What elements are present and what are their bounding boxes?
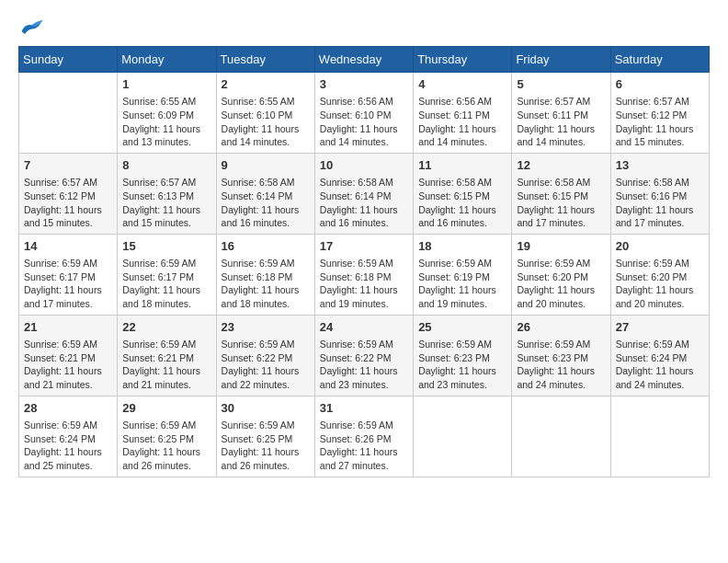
week-row-2: 7Sunrise: 6:57 AMSunset: 6:12 PMDaylight… — [19, 153, 710, 234]
calendar-cell — [610, 396, 709, 477]
calendar-cell: 12Sunrise: 6:58 AMSunset: 6:15 PMDayligh… — [512, 153, 610, 234]
day-number: 5 — [517, 76, 605, 93]
day-content: Sunrise: 6:57 AMSunset: 6:11 PMDaylight:… — [517, 95, 605, 149]
column-header-sunday: Sunday — [19, 47, 118, 73]
calendar-cell: 13Sunrise: 6:58 AMSunset: 6:16 PMDayligh… — [610, 153, 709, 234]
day-content: Sunrise: 6:57 AMSunset: 6:12 PMDaylight:… — [24, 176, 112, 230]
calendar-cell: 8Sunrise: 6:57 AMSunset: 6:13 PMDaylight… — [118, 153, 216, 234]
calendar-cell — [512, 396, 610, 477]
calendar-cell: 25Sunrise: 6:59 AMSunset: 6:23 PMDayligh… — [414, 315, 512, 396]
calendar-cell: 1Sunrise: 6:55 AMSunset: 6:09 PMDaylight… — [118, 73, 216, 154]
calendar-cell: 23Sunrise: 6:59 AMSunset: 6:22 PMDayligh… — [216, 315, 314, 396]
day-number: 18 — [418, 238, 506, 255]
day-number: 6 — [616, 76, 704, 93]
column-header-friday: Friday — [512, 47, 610, 73]
calendar-cell: 24Sunrise: 6:59 AMSunset: 6:22 PMDayligh… — [314, 315, 413, 396]
calendar-body: 1Sunrise: 6:55 AMSunset: 6:09 PMDaylight… — [19, 73, 710, 477]
day-content: Sunrise: 6:59 AMSunset: 6:23 PMDaylight:… — [517, 338, 605, 392]
logo — [18, 18, 48, 37]
day-number: 30 — [222, 400, 310, 417]
day-number: 12 — [517, 157, 605, 174]
logo-bird-icon — [18, 18, 44, 37]
day-content: Sunrise: 6:58 AMSunset: 6:16 PMDaylight:… — [616, 176, 704, 230]
day-content: Sunrise: 6:59 AMSunset: 6:24 PMDaylight:… — [616, 338, 704, 392]
day-content: Sunrise: 6:58 AMSunset: 6:15 PMDaylight:… — [418, 176, 506, 230]
day-number: 31 — [320, 400, 408, 417]
day-number: 3 — [320, 76, 408, 93]
day-content: Sunrise: 6:59 AMSunset: 6:26 PMDaylight:… — [320, 419, 408, 473]
day-content: Sunrise: 6:59 AMSunset: 6:18 PMDaylight:… — [320, 257, 408, 311]
day-content: Sunrise: 6:59 AMSunset: 6:22 PMDaylight:… — [222, 338, 310, 392]
day-content: Sunrise: 6:58 AMSunset: 6:14 PMDaylight:… — [222, 176, 310, 230]
calendar-cell: 7Sunrise: 6:57 AMSunset: 6:12 PMDaylight… — [19, 153, 118, 234]
day-content: Sunrise: 6:59 AMSunset: 6:25 PMDaylight:… — [222, 419, 310, 473]
column-header-wednesday: Wednesday — [314, 47, 413, 73]
calendar-cell: 20Sunrise: 6:59 AMSunset: 6:20 PMDayligh… — [610, 234, 709, 315]
day-number: 17 — [320, 238, 408, 255]
day-content: Sunrise: 6:59 AMSunset: 6:20 PMDaylight:… — [616, 257, 704, 311]
day-number: 7 — [24, 157, 112, 174]
calendar-cell: 28Sunrise: 6:59 AMSunset: 6:24 PMDayligh… — [19, 396, 118, 477]
calendar-cell — [19, 73, 118, 154]
calendar-cell: 10Sunrise: 6:58 AMSunset: 6:14 PMDayligh… — [314, 153, 413, 234]
calendar-cell: 27Sunrise: 6:59 AMSunset: 6:24 PMDayligh… — [610, 315, 709, 396]
day-number: 29 — [122, 400, 210, 417]
calendar-cell: 22Sunrise: 6:59 AMSunset: 6:21 PMDayligh… — [118, 315, 216, 396]
calendar-cell: 3Sunrise: 6:56 AMSunset: 6:10 PMDaylight… — [314, 73, 413, 154]
week-row-4: 21Sunrise: 6:59 AMSunset: 6:21 PMDayligh… — [19, 315, 710, 396]
day-number: 1 — [122, 76, 210, 93]
day-number: 27 — [616, 319, 704, 336]
day-number: 28 — [24, 400, 112, 417]
header-row: SundayMondayTuesdayWednesdayThursdayFrid… — [19, 47, 710, 73]
day-content: Sunrise: 6:59 AMSunset: 6:17 PMDaylight:… — [24, 257, 112, 311]
calendar-cell: 9Sunrise: 6:58 AMSunset: 6:14 PMDaylight… — [216, 153, 314, 234]
day-content: Sunrise: 6:56 AMSunset: 6:11 PMDaylight:… — [418, 95, 506, 149]
day-number: 2 — [222, 76, 310, 93]
day-content: Sunrise: 6:58 AMSunset: 6:14 PMDaylight:… — [320, 176, 408, 230]
calendar-cell: 15Sunrise: 6:59 AMSunset: 6:17 PMDayligh… — [118, 234, 216, 315]
day-number: 19 — [517, 238, 605, 255]
day-number: 21 — [24, 319, 112, 336]
calendar-cell: 2Sunrise: 6:55 AMSunset: 6:10 PMDaylight… — [216, 73, 314, 154]
day-number: 10 — [320, 157, 408, 174]
day-number: 14 — [24, 238, 112, 255]
day-number: 9 — [222, 157, 310, 174]
day-number: 13 — [616, 157, 704, 174]
day-content: Sunrise: 6:59 AMSunset: 6:20 PMDaylight:… — [517, 257, 605, 311]
week-row-5: 28Sunrise: 6:59 AMSunset: 6:24 PMDayligh… — [19, 396, 710, 477]
day-content: Sunrise: 6:56 AMSunset: 6:10 PMDaylight:… — [320, 95, 408, 149]
day-content: Sunrise: 6:59 AMSunset: 6:21 PMDaylight:… — [122, 338, 210, 392]
day-number: 20 — [616, 238, 704, 255]
column-header-thursday: Thursday — [414, 47, 512, 73]
day-number: 23 — [222, 319, 310, 336]
day-content: Sunrise: 6:55 AMSunset: 6:09 PMDaylight:… — [122, 95, 210, 149]
day-content: Sunrise: 6:55 AMSunset: 6:10 PMDaylight:… — [222, 95, 310, 149]
day-number: 26 — [517, 319, 605, 336]
column-header-monday: Monday — [118, 47, 216, 73]
day-content: Sunrise: 6:59 AMSunset: 6:17 PMDaylight:… — [122, 257, 210, 311]
calendar-cell — [414, 396, 512, 477]
calendar-cell: 4Sunrise: 6:56 AMSunset: 6:11 PMDaylight… — [414, 73, 512, 154]
day-number: 25 — [418, 319, 506, 336]
column-header-saturday: Saturday — [610, 47, 709, 73]
day-content: Sunrise: 6:59 AMSunset: 6:21 PMDaylight:… — [24, 338, 112, 392]
day-number: 15 — [122, 238, 210, 255]
calendar-cell: 16Sunrise: 6:59 AMSunset: 6:18 PMDayligh… — [216, 234, 314, 315]
day-content: Sunrise: 6:59 AMSunset: 6:19 PMDaylight:… — [418, 257, 506, 311]
calendar-cell: 14Sunrise: 6:59 AMSunset: 6:17 PMDayligh… — [19, 234, 118, 315]
day-number: 24 — [320, 319, 408, 336]
calendar-cell: 21Sunrise: 6:59 AMSunset: 6:21 PMDayligh… — [19, 315, 118, 396]
column-header-tuesday: Tuesday — [216, 47, 314, 73]
day-content: Sunrise: 6:57 AMSunset: 6:13 PMDaylight:… — [122, 176, 210, 230]
day-content: Sunrise: 6:59 AMSunset: 6:18 PMDaylight:… — [222, 257, 310, 311]
day-number: 11 — [418, 157, 506, 174]
day-content: Sunrise: 6:59 AMSunset: 6:22 PMDaylight:… — [320, 338, 408, 392]
week-row-1: 1Sunrise: 6:55 AMSunset: 6:09 PMDaylight… — [19, 73, 710, 154]
day-number: 4 — [418, 76, 506, 93]
day-number: 8 — [122, 157, 210, 174]
calendar-cell: 6Sunrise: 6:57 AMSunset: 6:12 PMDaylight… — [610, 73, 709, 154]
calendar-cell: 31Sunrise: 6:59 AMSunset: 6:26 PMDayligh… — [314, 396, 413, 477]
calendar-cell: 29Sunrise: 6:59 AMSunset: 6:25 PMDayligh… — [118, 396, 216, 477]
calendar-cell: 30Sunrise: 6:59 AMSunset: 6:25 PMDayligh… — [216, 396, 314, 477]
calendar-cell: 18Sunrise: 6:59 AMSunset: 6:19 PMDayligh… — [414, 234, 512, 315]
